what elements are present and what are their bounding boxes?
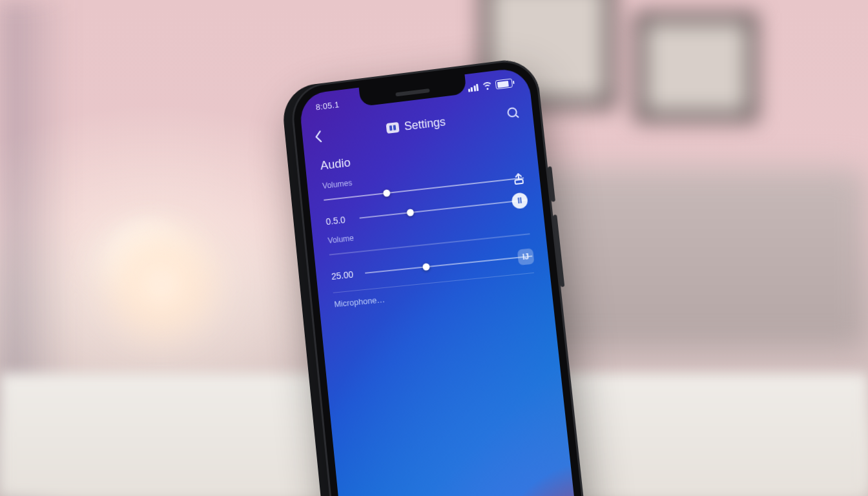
photo-scene: 8:05.1 Settings [0,0,868,496]
battery-icon [495,78,513,89]
share-icon[interactable] [512,171,526,185]
lamp-glow [90,213,232,355]
controller-icon [386,122,400,134]
page-title: Settings [404,115,446,133]
search-icon[interactable] [506,106,520,120]
wifi-icon [482,81,492,90]
back-button[interactable] [313,129,328,144]
slider-value: 25.00 [331,269,356,282]
status-time: 8:05.1 [315,99,340,112]
slider-value: 0.5.0 [326,214,351,227]
cellular-icon [468,83,479,92]
settings-content: Audio Volumes [320,136,536,309]
action-chip[interactable]: IJ [517,248,535,265]
svg-line-1 [516,115,519,118]
phone-screen: 8:05.1 Settings [298,67,583,496]
pause-icon[interactable]: II [511,192,528,209]
svg-rect-2 [515,180,523,184]
